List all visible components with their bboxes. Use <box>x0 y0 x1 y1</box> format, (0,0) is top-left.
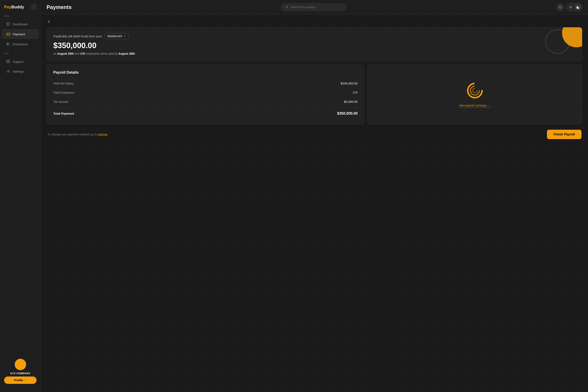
svg-rect-5 <box>7 34 10 34</box>
footer-row: To change your payment method, go to set… <box>47 128 582 141</box>
help-section-label: Help <box>0 49 41 57</box>
total-employees-row: Total Employees 175 <box>53 88 358 97</box>
total-employees-value: 175 <box>352 91 358 94</box>
brand-logo: PayBuddy <box>4 5 24 10</box>
theme-toggle <box>566 3 582 12</box>
net-salary-label: Total Net Salary <box>53 82 74 85</box>
profile-button[interactable]: Profile → <box>4 376 37 384</box>
search-input[interactable] <box>290 6 342 9</box>
payment-icon <box>6 32 11 36</box>
svg-point-7 <box>7 43 8 44</box>
svg-point-13 <box>570 6 571 8</box>
sidebar-item-dashboard[interactable]: Dashboard <box>2 20 39 28</box>
avatar <box>15 359 26 370</box>
svg-point-10 <box>8 61 9 62</box>
sidebar-item-employees-label: Employees <box>13 42 28 46</box>
net-salary-row: Total Net Salary $345,000.00 <box>53 79 358 88</box>
net-salary-value: $345,000.00 <box>341 82 358 85</box>
sidebar-bottom: XYZ COMPANY Profile → <box>0 355 41 388</box>
sidebar-item-support-label: Support <box>13 60 24 64</box>
card-selector[interactable]: Mastercard <box>104 33 129 39</box>
total-payment-value: $350,000.00 <box>337 111 358 116</box>
content: PayBuddy will debit funds from your Mast… <box>41 14 588 392</box>
payroll-details-title: Payroll Details <box>53 70 358 75</box>
settings-icon <box>6 69 10 74</box>
menu-section-label: Menu <box>0 15 41 19</box>
total-payment-row: Total Payment $350,000.00 <box>53 108 358 118</box>
sidebar: PayBuddy ‹ Menu Dashboard Payment <box>0 0 41 392</box>
tax-value: $5,000.00 <box>344 100 358 104</box>
employees-icon <box>6 42 10 46</box>
svg-point-12 <box>286 6 287 8</box>
svg-rect-0 <box>7 22 8 24</box>
tax-row: Tax Incured $5,000.00 <box>53 97 358 106</box>
header-actions <box>556 3 582 12</box>
dashboard-icon <box>6 22 10 26</box>
sidebar-item-payment[interactable]: Payment <box>2 29 39 39</box>
svg-rect-9 <box>7 60 10 62</box>
settings-link[interactable]: settings <box>98 133 108 136</box>
payroll-summary-card: View payroll summary → <box>368 64 582 124</box>
spinner-graphic <box>466 82 484 100</box>
finish-payroll-button[interactable]: Finish Payroll <box>547 130 581 139</box>
debit-row: PayBuddy will debit funds from your Mast… <box>53 33 575 39</box>
payroll-details-card: Payroll Details Total Net Salary $345,00… <box>47 64 364 124</box>
bell-icon <box>558 5 562 9</box>
details-summary-row: Payroll Details Total Net Salary $345,00… <box>47 64 582 124</box>
payment-amount: $350,000.00 <box>53 41 575 50</box>
svg-rect-6 <box>7 34 8 35</box>
tax-label: Tax Incured <box>53 100 68 104</box>
back-icon <box>47 20 51 24</box>
search-icon <box>285 6 288 9</box>
main-area: Payments <box>41 0 588 392</box>
support-icon <box>6 60 10 64</box>
footer-note: To change your payment method, go to set… <box>47 133 108 136</box>
total-employees-label: Total Employees <box>53 91 74 94</box>
svg-rect-3 <box>9 24 10 26</box>
debit-text: PayBuddy will debit funds from your <box>53 34 102 38</box>
svg-point-11 <box>8 71 9 72</box>
theme-dark-button[interactable] <box>575 4 581 10</box>
back-button[interactable] <box>47 20 51 24</box>
svg-point-15 <box>470 86 479 95</box>
search-bar[interactable] <box>281 3 347 11</box>
sidebar-item-payment-label: Payment <box>13 32 25 36</box>
svg-point-16 <box>473 88 477 93</box>
sun-icon <box>569 6 572 9</box>
view-summary-link[interactable]: View payroll summary → <box>459 104 491 108</box>
notification-button[interactable] <box>556 3 564 11</box>
collapse-button[interactable]: ‹ <box>31 4 37 10</box>
chevron-down-icon <box>123 35 126 37</box>
sidebar-item-dashboard-label: Dashboard <box>13 22 28 26</box>
page-title: Payments <box>47 4 72 10</box>
company-name: XYZ COMPANY <box>10 372 31 375</box>
payment-note: on August 25th and 175 employees wil be … <box>53 52 575 55</box>
sidebar-item-support[interactable]: Support <box>2 57 39 66</box>
total-payment-label: Total Payment <box>53 112 74 115</box>
logo-area: PayBuddy ‹ <box>0 4 41 15</box>
svg-rect-1 <box>9 22 10 24</box>
payment-info-card: PayBuddy will debit funds from your Mast… <box>47 27 582 61</box>
header: Payments <box>41 0 588 14</box>
svg-rect-2 <box>7 24 8 26</box>
sidebar-item-settings-label: Settings <box>13 70 24 73</box>
moon-icon <box>576 6 580 9</box>
sidebar-item-employees[interactable]: Employees <box>2 40 39 48</box>
svg-point-8 <box>9 43 10 44</box>
theme-light-button[interactable] <box>567 4 574 10</box>
sidebar-item-settings[interactable]: Settings <box>2 67 39 76</box>
